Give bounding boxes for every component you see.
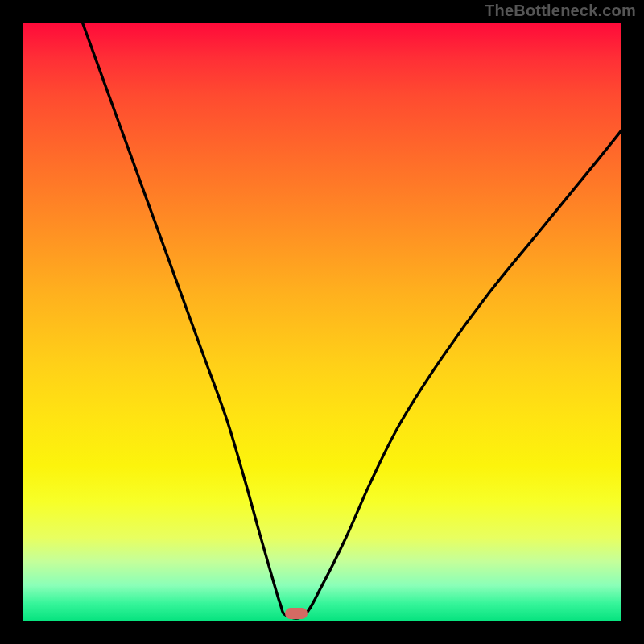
watermark-text: TheBottleneck.com [485,2,636,20]
optimal-point-marker [285,608,308,619]
chart-frame: TheBottleneck.com [0,0,644,644]
bottleneck-curve [23,23,621,621]
plot-area [23,23,621,621]
curve-path [82,23,621,618]
